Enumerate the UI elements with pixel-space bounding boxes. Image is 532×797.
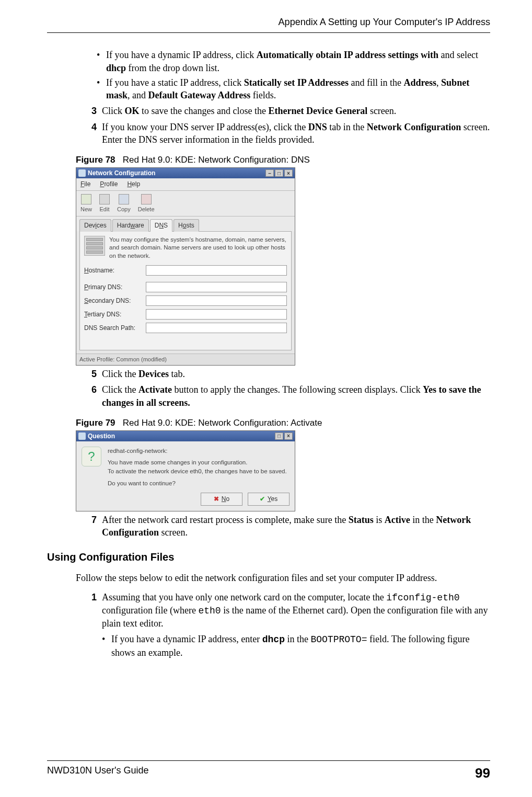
window-title: Network Configuration — [88, 169, 155, 177]
step-7: 7 After the network card restart process… — [85, 514, 490, 539]
footer-guide-name: NWD310N User's Guide — [47, 764, 149, 782]
minimize-button[interactable]: – — [265, 169, 274, 177]
step-number: 7 — [85, 514, 97, 539]
app-icon — [78, 169, 86, 177]
tab-hosts[interactable]: Hosts — [174, 219, 199, 231]
menubar: File Profile Help — [76, 178, 295, 190]
tool-copy[interactable]: Copy — [117, 194, 131, 213]
question-message: redhat-config-network: You have made som… — [108, 447, 287, 488]
step-number: 1 — [85, 591, 97, 662]
config-step-1: 1 Assuming that you have only one networ… — [85, 591, 490, 662]
titlebar: Network Configuration – □ × — [76, 168, 295, 178]
network-configuration-window: Network Configuration – □ × File Profile… — [76, 167, 295, 366]
bullet-static-ip: • If you have a static IP address, click… — [97, 76, 490, 102]
status-bar: Active Profile: Common (modified) — [76, 354, 295, 365]
tool-edit[interactable]: Edit — [99, 194, 110, 213]
tab-devices[interactable]: Devices — [79, 219, 111, 231]
step-number: 3 — [85, 105, 97, 117]
menu-profile[interactable]: Profile — [100, 180, 118, 188]
config-bullet-dhcp: • If you have a dynamic IP address, ente… — [102, 633, 490, 659]
footer-page-number: 99 — [475, 764, 490, 782]
toolbar: New Edit Copy Delete — [76, 191, 295, 217]
delete-icon — [141, 194, 152, 204]
figure-78-caption: Figure 78 Red Hat 9.0: KDE: Network Conf… — [76, 154, 490, 166]
tool-new[interactable]: New — [80, 194, 92, 213]
window-title: Question — [88, 432, 115, 440]
tertiary-dns-label: Tertiary DNS: — [84, 310, 142, 318]
bullet-marker: • — [102, 633, 111, 659]
maximize-button[interactable]: □ — [275, 432, 283, 440]
cancel-icon: ✖ — [214, 495, 219, 503]
secondary-dns-input[interactable] — [146, 295, 287, 306]
check-icon: ✔ — [260, 495, 265, 503]
tab-dns[interactable]: DNS — [150, 219, 172, 231]
hostname-label: Hostname: — [84, 266, 142, 275]
dns-pane: You may configure the system's hostname,… — [79, 231, 292, 351]
step-3: 3 Click OK to save the changes and close… — [85, 105, 490, 117]
dns-search-path-label: DNS Search Path: — [84, 324, 142, 332]
dns-search-path-input[interactable] — [146, 323, 287, 333]
hostname-input[interactable] — [146, 265, 287, 276]
bullet-marker: • — [97, 76, 106, 102]
tab-row: Devices Hardware DNS Hosts — [76, 217, 295, 231]
header-rule — [47, 32, 490, 33]
header-appendix-title: Appendix A Setting up Your Computer's IP… — [47, 16, 490, 28]
close-button[interactable]: × — [284, 432, 293, 440]
step-6: 6 Click the Activate button to apply the… — [85, 383, 490, 409]
menu-file[interactable]: File — [80, 180, 90, 188]
tab-hardware[interactable]: Hardware — [112, 219, 149, 231]
tool-delete[interactable]: Delete — [138, 194, 155, 213]
section-intro: Follow the steps below to edit the netwo… — [76, 572, 490, 584]
step-number: 4 — [85, 121, 97, 146]
tertiary-dns-input[interactable] — [146, 309, 287, 320]
step-number: 5 — [85, 368, 97, 380]
titlebar: Question □ × — [76, 431, 295, 441]
menu-help[interactable]: Help — [127, 180, 140, 188]
section-heading: Using Configuration Files — [47, 550, 490, 564]
primary-dns-input[interactable] — [146, 282, 287, 292]
primary-dns-label: Primary DNS: — [84, 283, 142, 291]
bullet-marker: • — [97, 49, 106, 74]
bullet-dynamic-ip: • If you have a dynamic IP address, clic… — [97, 49, 490, 74]
copy-icon — [119, 194, 129, 204]
dns-info-text: You may configure the system's hostname,… — [109, 236, 287, 260]
no-button[interactable]: ✖No — [201, 493, 242, 505]
step-4: 4 If you know your DNS server IP address… — [85, 121, 490, 146]
secondary-dns-label: Secondary DNS: — [84, 297, 142, 305]
question-dialog: Question □ × ? redhat-config-network: Yo… — [76, 430, 295, 511]
question-icon: ? — [82, 447, 101, 466]
step-5: 5 Click the Devices tab. — [85, 368, 490, 380]
page-footer: NWD310N User's Guide 99 — [47, 760, 490, 782]
step-number: 6 — [85, 383, 97, 409]
app-icon — [78, 432, 86, 440]
figure-79-caption: Figure 79 Red Hat 9.0: KDE: Network Conf… — [76, 417, 490, 429]
maximize-button[interactable]: □ — [275, 169, 283, 177]
new-icon — [81, 194, 91, 204]
close-button[interactable]: × — [284, 169, 293, 177]
dns-servers-icon — [84, 236, 105, 256]
yes-button[interactable]: ✔Yes — [248, 493, 290, 505]
edit-icon — [99, 194, 110, 204]
